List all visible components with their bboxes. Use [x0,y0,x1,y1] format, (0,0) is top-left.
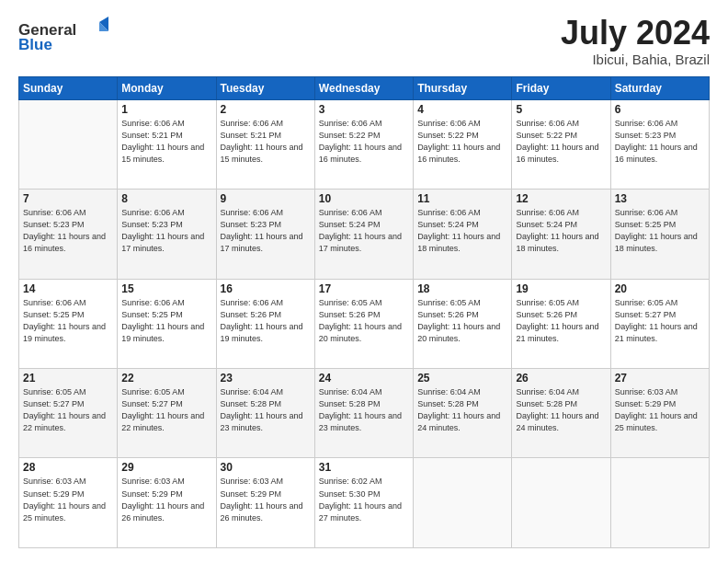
calendar-week-row: 1Sunrise: 6:06 AMSunset: 5:21 PMDaylight… [19,99,710,189]
day-info: Sunrise: 6:06 AMSunset: 5:23 PMDaylight:… [615,118,705,166]
day-info: Sunrise: 6:03 AMSunset: 5:29 PMDaylight:… [221,476,311,523]
calendar-table: SundayMondayTuesdayWednesdayThursdayFrid… [18,76,710,548]
day-info: Sunrise: 6:05 AMSunset: 5:27 PMDaylight:… [121,386,211,434]
calendar-week-row: 14Sunrise: 6:06 AMSunset: 5:25 PMDayligh… [19,279,710,368]
col-header-sunday: Sunday [19,76,118,99]
day-number: 18 [417,282,507,295]
day-number: 5 [516,103,606,116]
col-header-tuesday: Tuesday [216,76,314,99]
day-info: Sunrise: 6:06 AMSunset: 5:24 PMDaylight:… [319,207,409,255]
day-number: 9 [221,192,311,205]
calendar-cell: 18Sunrise: 6:05 AMSunset: 5:26 PMDayligh… [414,279,512,368]
day-number: 10 [319,192,409,205]
day-number: 23 [221,372,311,385]
day-info: Sunrise: 6:05 AMSunset: 5:26 PMDaylight:… [516,297,606,345]
day-info: Sunrise: 6:06 AMSunset: 5:22 PMDaylight:… [516,118,606,166]
calendar-cell: 17Sunrise: 6:05 AMSunset: 5:26 PMDayligh… [314,279,413,368]
day-info: Sunrise: 6:06 AMSunset: 5:23 PMDaylight:… [23,207,113,255]
day-number: 7 [23,192,113,205]
col-header-thursday: Thursday [414,76,512,99]
calendar-cell: 6Sunrise: 6:06 AMSunset: 5:23 PMDaylight… [610,99,709,189]
day-number: 12 [516,192,606,205]
day-number: 2 [221,103,311,116]
day-info: Sunrise: 6:04 AMSunset: 5:28 PMDaylight:… [319,386,409,434]
calendar-cell [610,458,709,548]
day-info: Sunrise: 6:06 AMSunset: 5:22 PMDaylight:… [319,118,409,166]
day-number: 30 [221,461,311,474]
logo: General Blue [18,15,119,55]
day-info: Sunrise: 6:06 AMSunset: 5:25 PMDaylight:… [121,297,211,345]
calendar-week-row: 21Sunrise: 6:05 AMSunset: 5:27 PMDayligh… [19,369,710,458]
day-info: Sunrise: 6:05 AMSunset: 5:26 PMDaylight:… [417,297,507,345]
calendar-week-row: 28Sunrise: 6:03 AMSunset: 5:29 PMDayligh… [19,458,710,548]
calendar-cell: 25Sunrise: 6:04 AMSunset: 5:28 PMDayligh… [414,369,512,458]
calendar-week-row: 7Sunrise: 6:06 AMSunset: 5:23 PMDaylight… [19,190,710,279]
calendar-cell [414,458,512,548]
day-number: 21 [23,372,113,385]
day-number: 11 [417,192,507,205]
day-info: Sunrise: 6:02 AMSunset: 5:30 PMDaylight:… [319,476,409,523]
calendar-cell: 16Sunrise: 6:06 AMSunset: 5:26 PMDayligh… [216,279,314,368]
day-info: Sunrise: 6:06 AMSunset: 5:21 PMDaylight:… [121,118,211,166]
day-number: 22 [121,372,211,385]
calendar-cell: 31Sunrise: 6:02 AMSunset: 5:30 PMDayligh… [314,458,413,548]
day-number: 20 [615,282,705,295]
calendar-cell: 30Sunrise: 6:03 AMSunset: 5:29 PMDayligh… [216,458,314,548]
day-info: Sunrise: 6:06 AMSunset: 5:24 PMDaylight:… [516,207,606,255]
title-block: July 2024 Ibicui, Bahia, Brazil [561,15,710,67]
calendar-cell: 10Sunrise: 6:06 AMSunset: 5:24 PMDayligh… [314,190,413,279]
day-info: Sunrise: 6:03 AMSunset: 5:29 PMDaylight:… [121,476,211,523]
month-title: July 2024 [561,15,710,52]
col-header-monday: Monday [118,76,216,99]
day-info: Sunrise: 6:04 AMSunset: 5:28 PMDaylight:… [516,386,606,434]
day-info: Sunrise: 6:06 AMSunset: 5:24 PMDaylight:… [417,207,507,255]
day-info: Sunrise: 6:06 AMSunset: 5:23 PMDaylight:… [121,207,211,255]
calendar-header-row: SundayMondayTuesdayWednesdayThursdayFrid… [19,76,710,99]
day-number: 8 [121,192,211,205]
day-info: Sunrise: 6:05 AMSunset: 5:27 PMDaylight:… [23,386,113,434]
day-info: Sunrise: 6:03 AMSunset: 5:29 PMDaylight:… [23,476,113,523]
day-info: Sunrise: 6:06 AMSunset: 5:26 PMDaylight:… [221,297,311,345]
day-number: 15 [121,282,211,295]
day-number: 19 [516,282,606,295]
calendar-cell: 1Sunrise: 6:06 AMSunset: 5:21 PMDaylight… [118,99,216,189]
day-number: 24 [319,372,409,385]
calendar-cell: 7Sunrise: 6:06 AMSunset: 5:23 PMDaylight… [19,190,118,279]
day-number: 26 [516,372,606,385]
calendar-cell: 8Sunrise: 6:06 AMSunset: 5:23 PMDaylight… [118,190,216,279]
calendar-page: General Blue July 2024 Ibicui, Bahia, Br… [0,0,728,563]
day-info: Sunrise: 6:05 AMSunset: 5:27 PMDaylight:… [615,297,705,345]
calendar-cell: 2Sunrise: 6:06 AMSunset: 5:21 PMDaylight… [216,99,314,189]
day-number: 31 [319,461,409,474]
calendar-cell [19,99,118,189]
calendar-cell: 19Sunrise: 6:05 AMSunset: 5:26 PMDayligh… [512,279,610,368]
day-number: 3 [319,103,409,116]
calendar-cell: 27Sunrise: 6:03 AMSunset: 5:29 PMDayligh… [610,369,709,458]
calendar-cell: 15Sunrise: 6:06 AMSunset: 5:25 PMDayligh… [118,279,216,368]
day-number: 4 [417,103,507,116]
calendar-cell: 24Sunrise: 6:04 AMSunset: 5:28 PMDayligh… [314,369,413,458]
col-header-wednesday: Wednesday [314,76,413,99]
day-info: Sunrise: 6:04 AMSunset: 5:28 PMDaylight:… [417,386,507,434]
day-info: Sunrise: 6:05 AMSunset: 5:26 PMDaylight:… [319,297,409,345]
calendar-cell: 14Sunrise: 6:06 AMSunset: 5:25 PMDayligh… [19,279,118,368]
day-number: 13 [615,192,705,205]
calendar-cell: 5Sunrise: 6:06 AMSunset: 5:22 PMDaylight… [512,99,610,189]
day-info: Sunrise: 6:06 AMSunset: 5:23 PMDaylight:… [221,207,311,255]
calendar-cell: 22Sunrise: 6:05 AMSunset: 5:27 PMDayligh… [118,369,216,458]
day-info: Sunrise: 6:06 AMSunset: 5:25 PMDaylight:… [615,207,705,255]
col-header-saturday: Saturday [610,76,709,99]
calendar-cell: 3Sunrise: 6:06 AMSunset: 5:22 PMDaylight… [314,99,413,189]
calendar-cell: 13Sunrise: 6:06 AMSunset: 5:25 PMDayligh… [610,190,709,279]
day-number: 29 [121,461,211,474]
calendar-cell: 21Sunrise: 6:05 AMSunset: 5:27 PMDayligh… [19,369,118,458]
day-info: Sunrise: 6:04 AMSunset: 5:28 PMDaylight:… [221,386,311,434]
col-header-friday: Friday [512,76,610,99]
page-header: General Blue July 2024 Ibicui, Bahia, Br… [18,15,710,67]
calendar-cell: 11Sunrise: 6:06 AMSunset: 5:24 PMDayligh… [414,190,512,279]
day-number: 28 [23,461,113,474]
calendar-cell: 4Sunrise: 6:06 AMSunset: 5:22 PMDaylight… [414,99,512,189]
day-number: 6 [615,103,705,116]
day-number: 17 [319,282,409,295]
day-number: 27 [615,372,705,385]
